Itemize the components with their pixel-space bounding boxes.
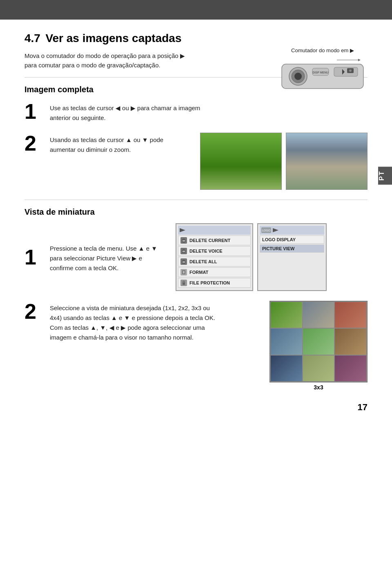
lock-icon xyxy=(180,280,187,286)
pt-badge: PT xyxy=(378,167,392,184)
vista-step-2-number: 2 xyxy=(24,301,42,322)
trash-icon-2 xyxy=(180,248,187,254)
svg-text:DISP MENU: DISP MENU xyxy=(313,71,329,74)
menu-box-left: DELETE CURRENT DELETE VOICE DELETE ALL xyxy=(176,223,253,291)
svg-rect-16 xyxy=(183,249,185,250)
section-number: 4.7 xyxy=(24,32,40,44)
mini-cell-9 xyxy=(335,355,366,381)
trash-icon-1 xyxy=(180,237,187,244)
comutador-label: Comutador do modo em ▶ xyxy=(278,47,368,53)
step-1-row: 1 Use as teclas de cursor ◀ ou ▶ para ch… xyxy=(24,101,368,123)
menu-header-right: LOGO xyxy=(260,226,324,235)
step-2-text: Usando as teclas de cursor ▲ ou ▼ pode a… xyxy=(50,133,172,155)
menu-label-file-protection: FILE PROTECTION xyxy=(189,280,230,285)
menu-play-icon-left xyxy=(180,228,185,232)
step-2-number: 2 xyxy=(24,133,42,154)
mini-cell-8 xyxy=(303,355,334,381)
vista-step-1-text: Pressione a tecla de menu. Use ▲ e ▼ par… xyxy=(50,241,160,273)
mini-grid-label: 3x3 xyxy=(270,384,368,391)
menu-label-delete-voice: DELETE VOICE xyxy=(189,249,223,253)
intro-text: Mova o comutador do modo de operação par… xyxy=(24,51,196,70)
svg-rect-11 xyxy=(183,238,185,239)
mini-cell-5 xyxy=(303,329,334,354)
vista-step-1-row: 1 Pressione a tecla de menu. Use ▲ e ▼ p… xyxy=(24,223,368,291)
menu-label-delete-current: DELETE CURRENT xyxy=(189,238,230,243)
step-1-number: 1 xyxy=(24,101,42,122)
menu-item-delete-voice[interactable]: DELETE VOICE xyxy=(178,246,251,256)
svg-point-9 xyxy=(349,69,352,72)
step-2-images xyxy=(200,133,368,190)
format-icon xyxy=(180,269,187,276)
menu-item-picture-view[interactable]: PICTURE VIEW xyxy=(260,244,324,253)
mini-cell-4 xyxy=(271,329,302,354)
menu-item-delete-all[interactable]: DELETE ALL xyxy=(178,257,251,267)
step-1-text: Use as teclas de cursor ◀ ou ▶ para cham… xyxy=(50,101,205,123)
menu-label-delete-all: DELETE ALL xyxy=(189,259,217,264)
svg-point-3 xyxy=(294,73,302,80)
photo-garden xyxy=(200,133,282,190)
page-number: 17 xyxy=(358,402,368,413)
vista-title: Vista de miniatura xyxy=(24,207,368,217)
section-header: 4.7 Ver as imagens captadas xyxy=(24,32,368,45)
menu-item-logo-display[interactable]: LOGO DISPLAY xyxy=(260,236,324,244)
logo-icon: LOGO xyxy=(261,227,271,233)
divider-2 xyxy=(24,200,368,200)
vista-step-2-text: Seleccione a vista de miniatura desejada… xyxy=(50,301,221,342)
step-2-row: 2 Usando as teclas de cursor ▲ ou ▼ pode… xyxy=(24,133,368,190)
mini-cell-2 xyxy=(303,302,334,328)
menu-item-delete-current[interactable]: DELETE CURRENT xyxy=(178,236,251,245)
mini-cell-3 xyxy=(335,302,366,328)
svg-rect-21 xyxy=(183,260,185,260)
photo-building xyxy=(286,133,368,190)
menu-label-logo-display: LOGO DISPLAY xyxy=(262,237,296,242)
menu-item-format[interactable]: FORMAT xyxy=(178,267,251,277)
vista-step-2-row: 2 Seleccione a vista de miniatura deseja… xyxy=(24,301,368,391)
svg-rect-6 xyxy=(334,67,358,76)
menu-box-right: LOGO LOGO DISPLAY PICTURE VIEW xyxy=(257,223,327,291)
menu-item-file-protection[interactable]: FILE PROTECTION xyxy=(178,278,251,288)
trash-icon-3 xyxy=(180,258,187,265)
menu-label-format: FORMAT xyxy=(189,270,208,275)
menu-play-icon-right xyxy=(273,228,278,232)
mini-cell-1 xyxy=(271,302,302,328)
camera-diagram: DISP MENU xyxy=(278,56,368,93)
mini-grid-area: 3x3 xyxy=(270,301,368,391)
menu-area: DELETE CURRENT DELETE VOICE DELETE ALL xyxy=(176,223,327,291)
svg-rect-29 xyxy=(183,282,185,285)
comutador-area: Comutador do modo em ▶ DISP MENU xyxy=(278,47,368,94)
top-bar xyxy=(0,0,392,20)
section-title: Ver as imagens captadas xyxy=(45,32,181,44)
menu-header-left xyxy=(178,226,251,235)
menu-label-picture-view: PICTURE VIEW xyxy=(262,246,294,251)
mini-grid-photo xyxy=(270,301,368,382)
mini-cell-6 xyxy=(335,329,366,354)
vista-step-1-number: 1 xyxy=(24,247,42,268)
mini-cell-7 xyxy=(271,355,302,381)
